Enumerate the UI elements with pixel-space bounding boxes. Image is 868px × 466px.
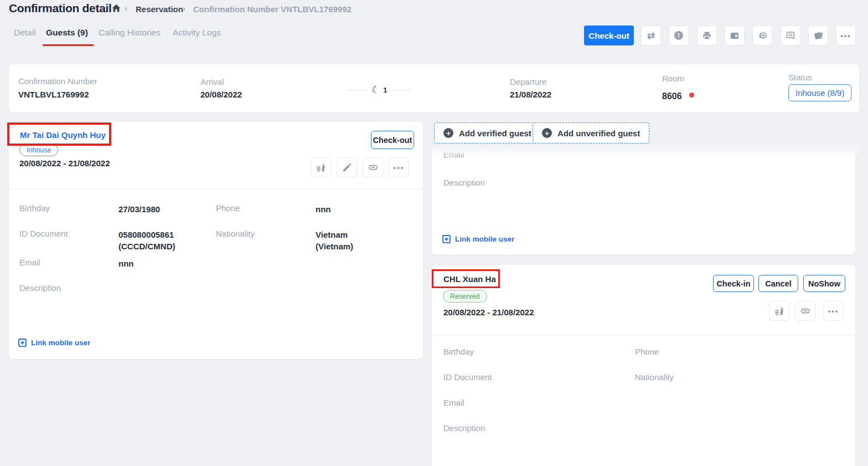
dash-line: [348, 90, 366, 90]
guest-date-range: 20/08/2022 - 21/08/2022: [19, 158, 110, 168]
swap-icon[interactable]: ⇄: [641, 25, 661, 45]
cards-icon[interactable]: [808, 25, 828, 45]
confirmation-detail-page: Confirmation detail › Reservation › Conf…: [0, 0, 868, 466]
guest-date-range: 20/08/2022 - 21/08/2022: [443, 308, 534, 317]
departure-value: 21/08/2022: [510, 89, 551, 100]
room-number: 8606: [662, 90, 682, 102]
tab-calling-histories[interactable]: Calling Histories: [99, 28, 161, 38]
card-divider: [9, 189, 423, 190]
confirmation-number-value: VNTLBVL1769992: [18, 89, 89, 100]
link-mobile-user-button[interactable]: Link mobile user: [442, 235, 514, 243]
add-verified-guest-button[interactable]: + Add verified guest: [434, 122, 541, 144]
tab-guests[interactable]: Guests (9): [46, 28, 88, 38]
arrival-value: 20/08/2022: [200, 89, 242, 100]
id-document-label: ID Document: [443, 372, 492, 382]
nationality-value: Vietnam(Vietnam): [316, 229, 353, 252]
card-divider: [432, 335, 855, 335]
guest-name[interactable]: CHL Xuan Ha: [443, 274, 496, 284]
tab-detail[interactable]: Detail: [14, 28, 36, 38]
nights-indicator: ☾ 1: [348, 84, 411, 96]
breadcrumb-separator: ›: [183, 4, 185, 13]
service-icon[interactable]: [311, 157, 331, 177]
guest-checkin-button[interactable]: Check-in: [713, 275, 754, 292]
confirmation-number-label: Confirmation Number: [18, 76, 97, 86]
room-label: Room: [662, 74, 684, 83]
email-label: Email: [19, 258, 40, 267]
comment-icon[interactable]: [781, 25, 800, 45]
coins-icon[interactable]: [752, 25, 772, 45]
add-unverified-guest-button[interactable]: + Add unverified guest: [533, 122, 649, 144]
more-icon[interactable]: •••: [836, 25, 856, 45]
guest-noshow-button[interactable]: NoShow: [803, 275, 845, 292]
birthday-label: Birthday: [443, 347, 474, 356]
phone-label: Phone: [216, 203, 240, 213]
active-tab-underline: [43, 44, 94, 46]
more-icon[interactable]: •••: [389, 157, 409, 177]
edit-icon[interactable]: [337, 157, 357, 177]
description-label: Description: [19, 283, 61, 293]
moon-icon: ☾: [371, 84, 380, 96]
birthday-label: Birthday: [19, 203, 50, 213]
status-label: Status: [788, 73, 812, 82]
id-document-value: 058080005861(CCCD/CMND): [118, 229, 175, 252]
service-icon[interactable]: [769, 301, 789, 321]
email-label: Email: [443, 398, 464, 407]
alert-icon[interactable]: !: [669, 25, 689, 45]
guest-card-1: Mr Tai Dai Quynh Huy Inhouse 20/08/2022 …: [9, 122, 423, 359]
id-document-label: ID Document: [19, 229, 68, 238]
checkout-button[interactable]: Check-out: [584, 25, 634, 45]
description-label: Description: [443, 178, 485, 187]
room-status-dot: [689, 93, 694, 98]
description-label: Description: [443, 423, 485, 433]
phone-label: Phone: [635, 347, 659, 356]
breadcrumb-current: Confirmation Number VNTLBVL1769992: [193, 4, 352, 14]
plus-circle-icon: +: [443, 128, 453, 138]
link-mobile-user-button[interactable]: Link mobile user: [18, 339, 90, 347]
link-icon[interactable]: [795, 301, 815, 321]
guest-status-badge: Reserved: [443, 290, 487, 303]
wallet-icon[interactable]: [725, 25, 745, 45]
page-title: Confirmation detail: [9, 2, 112, 15]
breadcrumb-separator: ›: [125, 4, 127, 13]
printer-icon[interactable]: [697, 25, 717, 45]
breadcrumb-reservation[interactable]: Reservation: [136, 4, 183, 14]
status-badge[interactable]: Inhouse (8/9): [788, 84, 851, 101]
phone-value: nnn: [316, 203, 331, 215]
departure-label: Departure: [510, 77, 547, 86]
nationality-label: Nationality: [216, 229, 255, 238]
plus-square-icon: [18, 339, 27, 347]
guest-card-2: CHL Xuan Ha Reserved 20/08/2022 - 21/08/…: [432, 265, 855, 466]
home-icon[interactable]: [111, 3, 121, 13]
guest-status-badge: Inhouse: [19, 144, 58, 156]
link-icon[interactable]: [363, 157, 383, 177]
tab-activity-logs[interactable]: Activity Logs: [173, 28, 221, 38]
birthday-value: 27/03/1980: [118, 203, 160, 215]
reservation-summary-card: Confirmation Number VNTLBVL1769992 Arriv…: [9, 64, 859, 112]
arrival-label: Arrival: [200, 77, 224, 86]
nights-count: 1: [383, 86, 387, 94]
more-icon[interactable]: •••: [823, 301, 844, 321]
guest-name[interactable]: Mr Tai Dai Quynh Huy: [20, 130, 106, 140]
nationality-label: Nationality: [635, 372, 674, 382]
guest-checkout-button[interactable]: Check-out: [371, 131, 414, 149]
guest-card-partial: Email Description Link mobile user: [432, 145, 855, 255]
plus-circle-icon: +: [542, 128, 552, 138]
guest-cancel-button[interactable]: Cancel: [758, 275, 798, 292]
plus-square-icon: [442, 235, 451, 243]
email-value: nnn: [118, 258, 134, 269]
dash-line: [392, 90, 411, 90]
